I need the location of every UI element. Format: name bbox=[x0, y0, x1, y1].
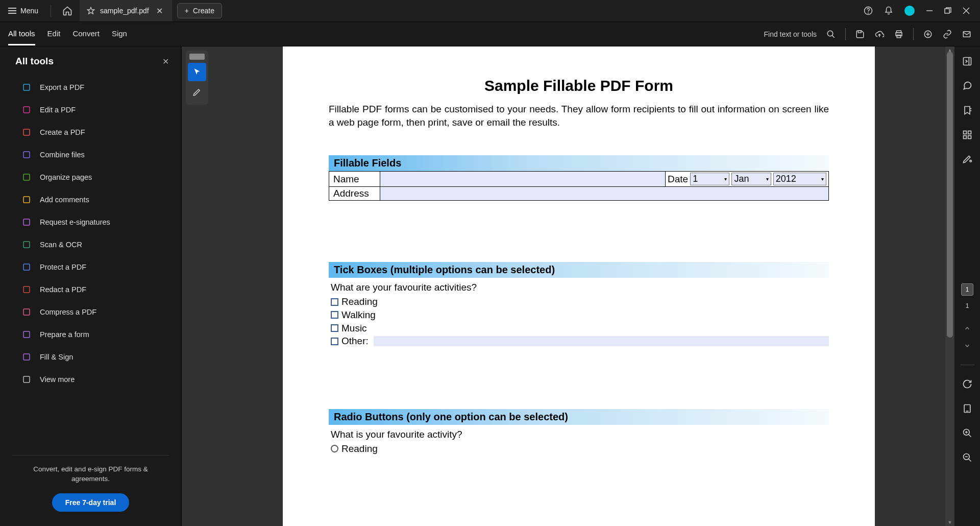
thumbnail-icon[interactable] bbox=[189, 54, 205, 60]
comment-button[interactable] bbox=[962, 80, 973, 91]
tool-label: Protect a PDF bbox=[40, 263, 86, 271]
notifications-button[interactable] bbox=[884, 6, 893, 15]
zoom-in-button[interactable] bbox=[962, 427, 973, 439]
tool-icon bbox=[21, 284, 32, 295]
name-input[interactable] bbox=[380, 172, 666, 187]
page-view-button[interactable] bbox=[962, 403, 973, 414]
tab-convert[interactable]: Convert bbox=[72, 23, 100, 45]
content-area: Sample Fillable PDF Form Fillable PDF fo… bbox=[182, 46, 954, 526]
ai-button[interactable] bbox=[923, 29, 933, 39]
link-icon bbox=[943, 30, 952, 39]
document-tab[interactable]: sample_pdf.pdf ✕ bbox=[80, 0, 172, 21]
close-window-button[interactable] bbox=[963, 7, 970, 14]
help-button[interactable] bbox=[864, 6, 873, 15]
tool-item[interactable]: Export a PDF bbox=[0, 76, 181, 99]
hand-tool-button[interactable] bbox=[188, 83, 206, 102]
create-label: Create bbox=[193, 7, 214, 15]
upload-button[interactable] bbox=[874, 29, 885, 39]
panel-toggle-button[interactable] bbox=[962, 56, 973, 67]
svg-rect-14 bbox=[23, 84, 30, 90]
page-up-button[interactable] bbox=[962, 323, 973, 334]
date-month-select[interactable]: Jan▾ bbox=[731, 173, 771, 185]
toolbar-right: Find text or tools bbox=[764, 28, 972, 40]
minimize-button[interactable] bbox=[926, 7, 933, 14]
bookmark-button[interactable] bbox=[962, 105, 973, 116]
checkbox-option[interactable]: Reading bbox=[331, 295, 829, 308]
checkbox-option[interactable]: Walking bbox=[331, 308, 829, 322]
tick-question: What are your favourite activities? bbox=[331, 282, 829, 293]
chevron-down-icon: ▾ bbox=[766, 176, 769, 182]
comment-icon bbox=[962, 81, 972, 91]
scroll-thumb[interactable] bbox=[947, 52, 953, 338]
option-label: Reading bbox=[341, 442, 378, 456]
home-button[interactable] bbox=[55, 0, 80, 21]
date-label: Date bbox=[668, 174, 688, 185]
tool-item[interactable]: View more bbox=[0, 368, 181, 391]
tool-item[interactable]: Edit a PDF bbox=[0, 99, 181, 121]
tool-item[interactable]: Combine files bbox=[0, 144, 181, 166]
tool-item[interactable]: Fill & Sign bbox=[0, 346, 181, 368]
search-icon bbox=[826, 30, 836, 39]
search-button[interactable] bbox=[826, 29, 836, 39]
find-label[interactable]: Find text or tools bbox=[764, 30, 817, 38]
svg-rect-33 bbox=[964, 136, 967, 139]
hamburger-icon bbox=[8, 8, 16, 14]
draw-button[interactable] bbox=[962, 154, 973, 165]
sidebar-close-button[interactable]: ✕ bbox=[162, 57, 169, 66]
tool-item[interactable]: Add comments bbox=[0, 188, 181, 211]
menu-button[interactable]: Menu bbox=[0, 0, 46, 21]
save-icon bbox=[855, 30, 865, 39]
date-year-select[interactable]: 2012▾ bbox=[773, 173, 826, 185]
page-down-button[interactable] bbox=[962, 340, 973, 351]
main-area: All tools ✕ Export a PDFEdit a PDFCreate… bbox=[0, 46, 980, 526]
tool-icon bbox=[21, 150, 32, 160]
create-button[interactable]: + Create bbox=[177, 3, 222, 18]
radio-option[interactable]: Reading bbox=[331, 442, 829, 456]
tool-item[interactable]: Create a PDF bbox=[0, 121, 181, 144]
thumbnails-button[interactable] bbox=[962, 129, 973, 140]
other-input[interactable] bbox=[374, 336, 829, 346]
name-label: Name bbox=[329, 172, 380, 187]
tool-item[interactable]: Organize pages bbox=[0, 166, 181, 188]
tool-item[interactable]: Compress a PDF bbox=[0, 301, 181, 323]
tool-item[interactable]: Request e-signatures bbox=[0, 211, 181, 233]
option-label: Walking bbox=[341, 308, 376, 322]
print-button[interactable] bbox=[894, 29, 904, 39]
tool-item[interactable]: Redact a PDF bbox=[0, 278, 181, 301]
save-button[interactable] bbox=[855, 29, 865, 39]
tool-icon bbox=[21, 82, 32, 92]
scroll-down-icon[interactable]: ▼ bbox=[945, 519, 954, 526]
svg-line-43 bbox=[969, 459, 971, 462]
checkbox-option[interactable]: Music bbox=[331, 322, 829, 335]
selection-tool-button[interactable] bbox=[188, 63, 206, 81]
current-page-badge[interactable]: 1 bbox=[961, 283, 973, 296]
close-tab-button[interactable]: ✕ bbox=[154, 6, 165, 16]
chevron-down-icon: ▾ bbox=[724, 176, 727, 182]
tool-item[interactable]: Scan & OCR bbox=[0, 233, 181, 256]
trial-button[interactable]: Free 7-day trial bbox=[52, 493, 130, 512]
tool-item[interactable]: Prepare a form bbox=[0, 323, 181, 346]
checkbox-icon bbox=[331, 298, 338, 306]
svg-rect-32 bbox=[968, 131, 971, 134]
tool-item[interactable]: Protect a PDF bbox=[0, 256, 181, 278]
share-button[interactable] bbox=[962, 29, 972, 39]
svg-rect-26 bbox=[23, 354, 30, 360]
tab-all-tools[interactable]: All tools bbox=[8, 23, 35, 45]
tab-edit[interactable]: Edit bbox=[47, 23, 61, 45]
tool-label: Fill & Sign bbox=[40, 353, 73, 361]
radio-question: What is your favourite activity? bbox=[331, 429, 829, 440]
maximize-button[interactable] bbox=[944, 7, 951, 14]
tab-sign[interactable]: Sign bbox=[112, 23, 127, 45]
user-avatar[interactable] bbox=[904, 6, 915, 16]
tool-panel bbox=[186, 51, 208, 105]
rotate-button[interactable] bbox=[962, 378, 973, 390]
scrollbar[interactable]: ▲ ▼ bbox=[945, 46, 954, 526]
tool-icon bbox=[21, 127, 32, 137]
document-viewport[interactable]: Sample Fillable PDF Form Fillable PDF fo… bbox=[212, 46, 945, 526]
link-button[interactable] bbox=[942, 29, 952, 39]
checkbox-option[interactable]: Other: bbox=[331, 334, 829, 348]
right-rail: 1 1 bbox=[954, 46, 980, 526]
date-day-select[interactable]: 1▾ bbox=[690, 173, 729, 185]
address-input[interactable] bbox=[380, 187, 829, 201]
zoom-out-button[interactable] bbox=[962, 452, 973, 463]
